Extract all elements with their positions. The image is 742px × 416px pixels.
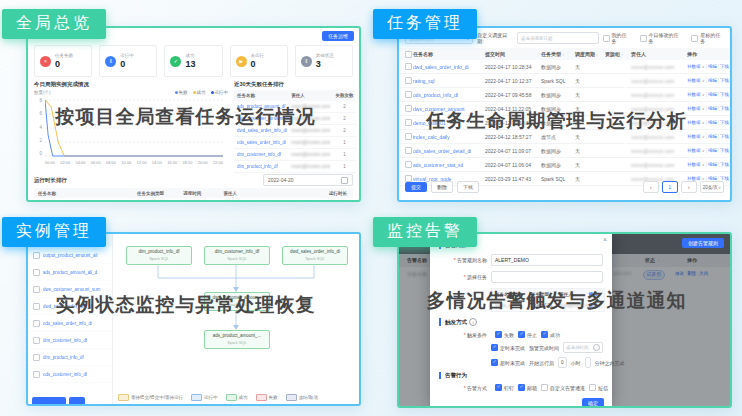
confirm-button[interactable]: 确定 — [582, 398, 604, 408]
stat-card[interactable]: ‖ 其他状态 3 — [295, 45, 353, 77]
stat-card[interactable]: ▶ 未运行 0 — [230, 45, 288, 77]
task-name-link[interactable]: index_calc_daily — [413, 134, 485, 140]
sort-icon[interactable]: ↕ — [596, 52, 598, 57]
table-row[interactable]: ods_sales_order_detail_di 2022-04-07 11:… — [399, 144, 730, 158]
filter-checkbox[interactable]: 今日修改的任务 — [640, 32, 683, 44]
column-header[interactable]: 责任人 — [631, 51, 687, 57]
column-header[interactable]: 调度周期↕ — [575, 51, 605, 57]
timeout-hours-input[interactable]: 0 — [558, 357, 567, 368]
instance-name-link[interactable]: ods_sales_order_info_di — [43, 321, 92, 326]
dag-node[interactable]: dwd_sales_order_info_di Spark SQL — [282, 246, 348, 265]
table-row[interactable]: ads_customer_stat_sd 2022-04-07 11:06:04… — [399, 158, 730, 172]
timed-incomplete-checkbox[interactable]: 定时未完成 — [491, 344, 525, 351]
task-name-link[interactable]: ods_product_info_di — [413, 92, 485, 98]
task-name-link[interactable]: dim_customer_info_df — [234, 152, 291, 157]
warning-time-input[interactable]: 请选择时间 — [563, 342, 603, 353]
legend-item[interactable]: 运行中 — [211, 90, 229, 95]
row-checkbox[interactable] — [33, 354, 40, 361]
row-checkbox[interactable] — [33, 371, 40, 378]
instance-name-link[interactable]: dws_customer_amount_sum — [43, 287, 101, 292]
stat-card[interactable]: × 任务失败 0 — [34, 45, 92, 77]
table-row[interactable]: rating_sql 2022-04-17 10:12:37 Spark SQL… — [399, 74, 730, 88]
trigger-checkbox[interactable]: 停止 — [518, 331, 537, 338]
column-header[interactable]: 资源组↕ — [605, 51, 631, 57]
dag-node[interactable]: ads_product_amount_... Spark SQL — [204, 330, 270, 349]
task-name-link[interactable]: rating_sql — [413, 78, 485, 84]
row-checkbox[interactable] — [33, 337, 40, 344]
filter-checkbox[interactable]: 我的任务 — [603, 32, 631, 44]
page-size-select[interactable]: 20条/页 ∨ — [700, 181, 724, 193]
task-name-link[interactable]: ads_customer_stat_sd — [413, 162, 485, 168]
legend-item[interactable]: 失败 — [175, 90, 188, 95]
create-alert-rule-button[interactable]: 创建告警规则 — [682, 238, 724, 248]
column-header[interactable]: 操作 — [687, 51, 730, 57]
row-checkbox[interactable] — [33, 320, 40, 327]
column-header[interactable]: 任务名称 — [413, 51, 485, 57]
row-checkbox[interactable] — [405, 133, 412, 140]
alert-method-checkbox[interactable]: 自定义告警通道 — [541, 384, 585, 391]
task-name-link[interactable]: ods_sales_order_detail_di — [413, 148, 485, 154]
row-checkbox[interactable] — [405, 91, 412, 98]
row-actions[interactable]: 补数据 ∨|编辑|下线 — [687, 162, 730, 167]
column-header[interactable]: 提交时间 — [485, 51, 541, 57]
list-action-button[interactable] — [32, 397, 66, 406]
warning-time-label: 预警完成时间 — [529, 345, 559, 351]
alert-method-checkbox[interactable]: 短信 — [589, 384, 608, 391]
rule-name-input[interactable]: ALERT_DEMO — [491, 254, 603, 266]
task-name-link[interactable]: ods_sales_order_info_di — [234, 140, 291, 145]
list-action-button[interactable] — [69, 397, 85, 406]
row-actions[interactable]: 补数据 ∨|编辑|下线 — [687, 78, 730, 83]
trigger-checkbox[interactable]: 失败 — [495, 331, 514, 338]
trigger-checkbox[interactable]: 成功 — [541, 331, 560, 338]
delete-button[interactable]: 删除 — [431, 181, 453, 193]
list-item[interactable]: ods_customer_info_df — [28, 366, 112, 383]
prev-page-button[interactable]: ‹ — [643, 181, 659, 193]
instance-name-link[interactable]: ods_customer_info_df — [43, 372, 87, 377]
alert-method-checkbox[interactable]: 钉钉 — [495, 384, 514, 391]
offline-button[interactable]: 下线 — [457, 181, 479, 193]
list-item[interactable]: dim_product_info_df — [28, 349, 112, 366]
stat-card[interactable]: ‖ 运行中 0 — [99, 45, 157, 77]
table-row[interactable]: dwd_sales_order_info_di 2022-04-17 10:28… — [399, 60, 730, 74]
column-header[interactable]: 任务类型↕ — [541, 51, 575, 57]
table-row[interactable]: ods_product_info_di 2022-04-17 09:45:58 … — [399, 88, 730, 102]
rank-section-title: 近30天失败任务排行 — [234, 81, 284, 88]
dag-node[interactable]: dim_product_info_df Spark SQL — [126, 246, 192, 265]
timeout-incomplete-checkbox[interactable]: 超时未完成 — [491, 359, 525, 366]
legend-item[interactable]: 成功 — [193, 90, 206, 95]
row-checkbox[interactable] — [405, 161, 412, 168]
alert-method-checkbox[interactable]: 邮箱 — [518, 384, 537, 391]
next-page-button[interactable]: › — [681, 181, 697, 193]
instance-name-link[interactable]: output_product_amount_ali — [43, 253, 98, 258]
list-item[interactable]: dim_customer_info_df — [28, 332, 112, 349]
row-checkbox[interactable] — [405, 63, 412, 70]
row-checkbox[interactable] — [33, 252, 40, 259]
date-filter-input[interactable]: 请选择调度日期 — [517, 32, 599, 44]
submit-button[interactable]: 提交 — [405, 182, 427, 192]
instance-name-link[interactable]: dim_product_info_df — [43, 355, 84, 360]
row-checkbox[interactable] — [405, 77, 412, 84]
ops-center-button[interactable]: 任务运维 — [322, 31, 354, 41]
instance-name-link[interactable]: ads_product_amount_ali_d — [43, 270, 97, 275]
row-checkbox[interactable] — [33, 269, 40, 276]
list-item[interactable]: output_product_amount_ali — [28, 247, 112, 264]
row-checkbox[interactable] — [405, 147, 412, 154]
current-page[interactable]: 1 — [662, 181, 678, 193]
task-name-link[interactable]: dwd_sales_order_info_di — [413, 64, 485, 70]
date-picker[interactable]: 2022-04-20 — [263, 174, 353, 186]
row-actions[interactable]: 补数据 ∨|编辑|下线 — [687, 148, 730, 153]
row-actions[interactable]: 补数据 ∨|编辑|下线 — [687, 92, 730, 97]
stat-card[interactable]: ✓ 成功 13 — [164, 45, 222, 77]
task-name-link[interactable]: dim_product_info_df — [234, 164, 291, 169]
select-all-checkbox[interactable] — [405, 51, 412, 58]
dag-node[interactable]: dim_customer_info_df Spark SQL — [204, 246, 270, 265]
filter-checkbox[interactable]: 星标的任务 — [691, 32, 724, 44]
select-task-input[interactable] — [491, 271, 603, 283]
instance-name-link[interactable]: dim_customer_info_df — [43, 338, 87, 343]
list-item[interactable]: ads_product_amount_ali_d — [28, 264, 112, 281]
timeout-minutes-input[interactable] — [585, 357, 591, 368]
sort-icon[interactable]: ↕ — [621, 52, 623, 57]
row-actions[interactable]: 补数据 ∨|编辑|下线 — [687, 134, 730, 139]
sort-icon[interactable]: ↕ — [562, 52, 564, 57]
row-actions[interactable]: 补数据 ∨|编辑|下线 — [687, 64, 730, 69]
